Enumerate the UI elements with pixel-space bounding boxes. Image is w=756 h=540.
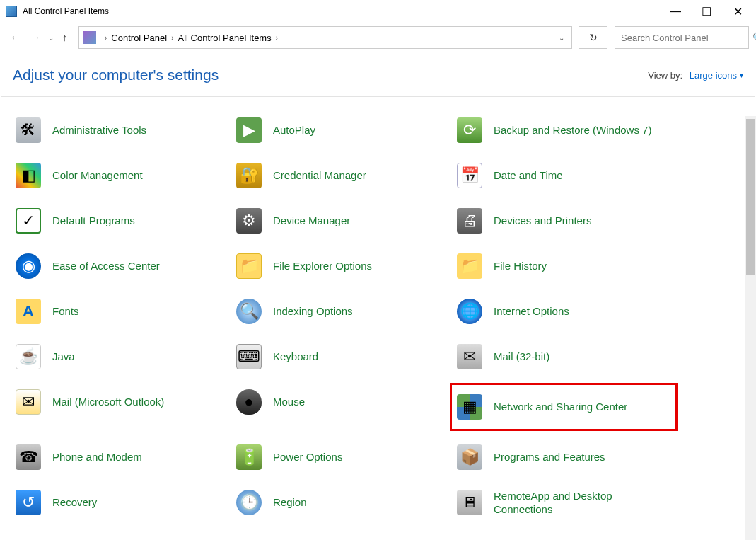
refresh-button[interactable]: ↻ bbox=[579, 26, 607, 49]
item-label: Administrative Tools bbox=[52, 123, 146, 137]
item-label: Fonts bbox=[52, 304, 79, 318]
item-internet-options[interactable]: 🌐Internet Options bbox=[454, 297, 673, 326]
item-label: Device Manager bbox=[273, 214, 350, 228]
item-recovery[interactable]: ↺Recovery bbox=[13, 488, 232, 517]
view-by-label: View by: bbox=[648, 70, 682, 81]
item-color-management[interactable]: ◧Color Management bbox=[13, 161, 232, 190]
item-ease-of-access-center[interactable]: ◉Ease of Access Center bbox=[13, 251, 232, 281]
fileexp-icon: 📁 bbox=[235, 252, 263, 280]
chevron-down-icon: ▾ bbox=[740, 71, 743, 79]
autoplay-icon: ▶ bbox=[235, 116, 263, 144]
item-device-manager[interactable]: ⚙Device Manager bbox=[233, 206, 453, 236]
item-label: Network and Sharing Center bbox=[494, 400, 627, 414]
device-icon: ⚙ bbox=[235, 207, 263, 235]
item-label: Credential Manager bbox=[273, 168, 366, 183]
content-area: 🛠Administrative Tools▶AutoPlay⟳Backup an… bbox=[0, 97, 756, 524]
search-box[interactable]: 🔍 bbox=[615, 26, 749, 49]
navigation-bar: ← → ⌄ ↑ › Control Panel › All Control Pa… bbox=[0, 23, 756, 52]
search-input[interactable] bbox=[615, 33, 745, 43]
item-label: Java bbox=[52, 350, 75, 364]
item-label: Power Options bbox=[273, 450, 342, 464]
chevron-right-icon[interactable]: › bbox=[272, 34, 282, 42]
close-button[interactable]: ✕ bbox=[731, 4, 745, 18]
date-icon: 📅 bbox=[455, 161, 484, 190]
item-label: Phone and Modem bbox=[52, 450, 142, 464]
item-remoteapp-and-desktop-connections[interactable]: 🖥RemoteApp and Desktop Connections bbox=[454, 488, 673, 517]
item-label: Region bbox=[273, 495, 307, 510]
view-by-value: Large icons bbox=[690, 70, 737, 81]
breadcrumb-current[interactable]: All Control Panel Items bbox=[178, 33, 271, 43]
view-by-container: View by: Large icons ▾ bbox=[648, 70, 743, 81]
window-title: All Control Panel Items bbox=[23, 6, 109, 16]
item-label: File Explorer Options bbox=[273, 259, 372, 273]
breadcrumb-root[interactable]: Control Panel bbox=[111, 33, 167, 43]
item-label: Default Programs bbox=[52, 214, 135, 228]
nav-forward-button[interactable]: → bbox=[27, 29, 44, 46]
item-fonts[interactable]: AFonts bbox=[13, 297, 232, 326]
item-default-programs[interactable]: ✓Default Programs bbox=[13, 206, 232, 236]
item-devices-and-printers[interactable]: 🖨Devices and Printers bbox=[454, 206, 673, 236]
item-file-explorer-options[interactable]: 📁File Explorer Options bbox=[233, 251, 453, 281]
nav-up-button[interactable]: ↑ bbox=[58, 32, 71, 43]
maximize-button[interactable]: ☐ bbox=[699, 4, 714, 18]
item-label: Keyboard bbox=[273, 350, 318, 364]
remote-icon: 🖥 bbox=[455, 488, 484, 517]
item-mail-microsoft-outlook[interactable]: ✉Mail (Microsoft Outlook) bbox=[13, 387, 232, 417]
item-file-history[interactable]: 📁File History bbox=[454, 251, 673, 281]
item-network-and-sharing-center[interactable]: ▦Network and Sharing Center bbox=[454, 387, 673, 427]
chevron-right-icon[interactable]: › bbox=[100, 34, 111, 42]
item-phone-and-modem[interactable]: ☎Phone and Modem bbox=[13, 442, 232, 472]
keyboard-icon: ⌨ bbox=[235, 343, 263, 371]
item-autoplay[interactable]: ▶AutoPlay bbox=[233, 115, 453, 145]
item-region[interactable]: 🕒Region bbox=[233, 488, 453, 517]
nav-back-button[interactable]: ← bbox=[7, 29, 24, 46]
window-title-bar: All Control Panel Items — ☐ ✕ bbox=[0, 0, 756, 23]
item-date-and-time[interactable]: 📅Date and Time bbox=[454, 161, 673, 190]
control-panel-address-icon bbox=[83, 31, 96, 44]
java-icon: ☕ bbox=[14, 343, 42, 371]
item-label: Internet Options bbox=[494, 304, 569, 318]
item-mouse[interactable]: ●Mouse bbox=[233, 387, 453, 417]
item-label: Indexing Options bbox=[273, 304, 353, 318]
search-icon[interactable]: 🔍 bbox=[745, 32, 756, 43]
phone-icon: ☎ bbox=[14, 443, 42, 471]
item-java[interactable]: ☕Java bbox=[13, 342, 232, 372]
item-label: Date and Time bbox=[494, 168, 563, 183]
item-credential-manager[interactable]: 🔐Credential Manager bbox=[233, 161, 453, 190]
item-keyboard[interactable]: ⌨Keyboard bbox=[233, 342, 453, 372]
control-panel-icon bbox=[6, 6, 17, 17]
item-label: Devices and Printers bbox=[494, 214, 591, 228]
item-label: Mail (32-bit) bbox=[494, 350, 549, 364]
nav-recent-dropdown[interactable]: ⌄ bbox=[47, 34, 55, 42]
address-history-dropdown[interactable]: ⌄ bbox=[552, 34, 571, 42]
default-icon: ✓ bbox=[14, 207, 42, 235]
fonts-icon: A bbox=[14, 297, 42, 326]
view-by-dropdown[interactable]: Large icons ▾ bbox=[690, 70, 743, 81]
programs-icon: 📦 bbox=[455, 443, 484, 471]
minimize-button[interactable]: — bbox=[668, 4, 682, 18]
recovery-icon: ↺ bbox=[14, 488, 42, 517]
mouse-icon: ● bbox=[235, 388, 263, 416]
item-label: Mouse bbox=[273, 395, 305, 409]
item-label: Color Management bbox=[52, 168, 143, 183]
item-administrative-tools[interactable]: 🛠Administrative Tools bbox=[13, 115, 232, 145]
backup-icon: ⟳ bbox=[455, 116, 484, 144]
chevron-right-icon[interactable]: › bbox=[167, 34, 178, 42]
item-backup-and-restore-windows-7[interactable]: ⟳Backup and Restore (Windows 7) bbox=[454, 115, 673, 145]
item-label: Backup and Restore (Windows 7) bbox=[494, 123, 651, 137]
item-mail-32-bit[interactable]: ✉Mail (32-bit) bbox=[454, 342, 673, 372]
network-icon: ▦ bbox=[455, 393, 484, 421]
item-power-options[interactable]: 🔋Power Options bbox=[233, 442, 453, 472]
item-label: File History bbox=[494, 259, 547, 273]
item-label: Ease of Access Center bbox=[52, 259, 160, 273]
vertical-scrollbar[interactable] bbox=[745, 116, 756, 540]
index-icon: 🔍 bbox=[235, 297, 263, 326]
item-label: Mail (Microsoft Outlook) bbox=[52, 395, 164, 409]
printers-icon: 🖨 bbox=[455, 207, 484, 235]
page-heading: Adjust your computer's settings bbox=[13, 67, 219, 84]
scrollbar-thumb[interactable] bbox=[746, 119, 755, 275]
item-label: RemoteApp and Desktop Connections bbox=[494, 489, 672, 517]
item-programs-and-features[interactable]: 📦Programs and Features bbox=[454, 442, 673, 472]
address-bar[interactable]: › Control Panel › All Control Panel Item… bbox=[78, 26, 572, 49]
item-indexing-options[interactable]: 🔍Indexing Options bbox=[233, 297, 453, 326]
